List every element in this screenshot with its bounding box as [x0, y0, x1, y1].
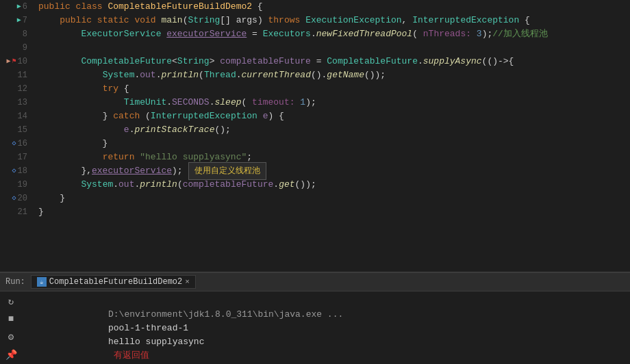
- line-11: 11: [0, 68, 30, 82]
- line-8: 8: [0, 27, 30, 41]
- terminal-output: D:\environment\jdk1.8.0_311\bin\java.exe…: [22, 291, 630, 364]
- terminal-thread-output: pool-1-thread-1: [108, 323, 188, 333]
- code-line-9: [38, 41, 630, 55]
- run-icon-6[interactable]: ▶: [17, 0, 21, 14]
- line-13: 13: [0, 96, 30, 109]
- stop-icon[interactable]: ■: [4, 312, 18, 326]
- line-18: ◇ 18: [0, 164, 30, 178]
- terminal-toolbar: ↻ ■ ⚙ 📌: [0, 291, 22, 364]
- code-line-18: },executorService); 使用自定义线程池: [38, 164, 630, 178]
- code-line-10: CompletableFuture<String> completableFut…: [38, 55, 630, 68]
- code-line-14: } catch (InterruptedException e) {: [38, 109, 630, 123]
- line-16: ◇ 16: [0, 137, 30, 151]
- run-icon-7[interactable]: ▶: [17, 14, 21, 27]
- terminal-result-annotation: 有返回值: [114, 350, 149, 361]
- line-9: 9: [0, 41, 30, 55]
- terminal-section: ↻ ■ ⚙ 📌 D:\environment\jdk1.8.0_311\bin\…: [0, 291, 630, 364]
- code-line-13: TimeUnit.SECONDS.sleep( timeout: 1);: [38, 96, 630, 109]
- tab-icon: ☕: [37, 277, 47, 287]
- breakpoint-icon-10: ⚑: [12, 55, 16, 68]
- code-line-21: }: [38, 205, 630, 219]
- terminal-result-output: helllo supplyasync: [108, 337, 204, 347]
- code-line-6: public class CompletableFutureBuildDemo2…: [38, 0, 630, 14]
- line-10: ▶ ⚑ 10: [0, 55, 30, 68]
- settings-icon[interactable]: ⚙: [4, 330, 18, 343]
- run-label: Run:: [5, 277, 25, 287]
- line-20: ◇ 20: [0, 192, 30, 205]
- terminal-path: D:\environment\jdk1.8.0_311\bin\java.exe…: [108, 309, 343, 320]
- line-6: ▶ 6: [0, 0, 30, 14]
- run-tab-label: CompletableFutureBuildDemo2: [49, 277, 182, 287]
- line-19: 19: [0, 178, 30, 192]
- close-tab-button[interactable]: ×: [185, 278, 190, 286]
- run-tab[interactable]: ☕ CompletableFutureBuildDemo2 ×: [31, 275, 196, 289]
- line-17: 17: [0, 151, 30, 164]
- code-line-7: public static void main(String[] args) t…: [38, 14, 630, 27]
- code-line-16: }: [38, 137, 630, 151]
- code-line-19: System.out.println(completableFuture.get…: [38, 178, 630, 192]
- editor-area: ▶ 6 ▶ 7 8 9 ▶ ⚑ 10: [0, 0, 630, 364]
- pin-icon[interactable]: 📌: [4, 348, 18, 361]
- line-numbers-gutter: ▶ 6 ▶ 7 8 9 ▶ ⚑ 10: [0, 0, 33, 272]
- code-line-17: return "helllo supplyasync";: [38, 151, 630, 164]
- line-21: 21: [0, 205, 30, 219]
- line-14: 14: [0, 109, 30, 123]
- line-12: 12: [0, 82, 30, 96]
- code-line-11: System.out.println(Thread.currentThread(…: [38, 68, 630, 82]
- run-icon-10[interactable]: ▶: [7, 55, 11, 68]
- code-line-20: }: [38, 192, 630, 205]
- terminal-line-1: D:\environment\jdk1.8.0_311\bin\java.exe…: [55, 294, 625, 308]
- code-line-12: try {: [38, 82, 630, 96]
- line-15: 15: [0, 123, 30, 137]
- code-line-15: e.printStackTrace();: [38, 123, 630, 137]
- bottom-section: Run: ☕ CompletableFutureBuildDemo2 × ↻ ■…: [0, 272, 630, 364]
- code-lines: public class CompletableFutureBuildDemo2…: [33, 0, 630, 272]
- restart-icon[interactable]: ↻: [4, 294, 18, 308]
- line-7: ▶ 7: [0, 14, 30, 27]
- code-line-8: ExecutorService executorService = Execut…: [38, 27, 630, 41]
- code-section: ▶ 6 ▶ 7 8 9 ▶ ⚑ 10: [0, 0, 630, 272]
- run-bar: Run: ☕ CompletableFutureBuildDemo2 ×: [0, 272, 630, 291]
